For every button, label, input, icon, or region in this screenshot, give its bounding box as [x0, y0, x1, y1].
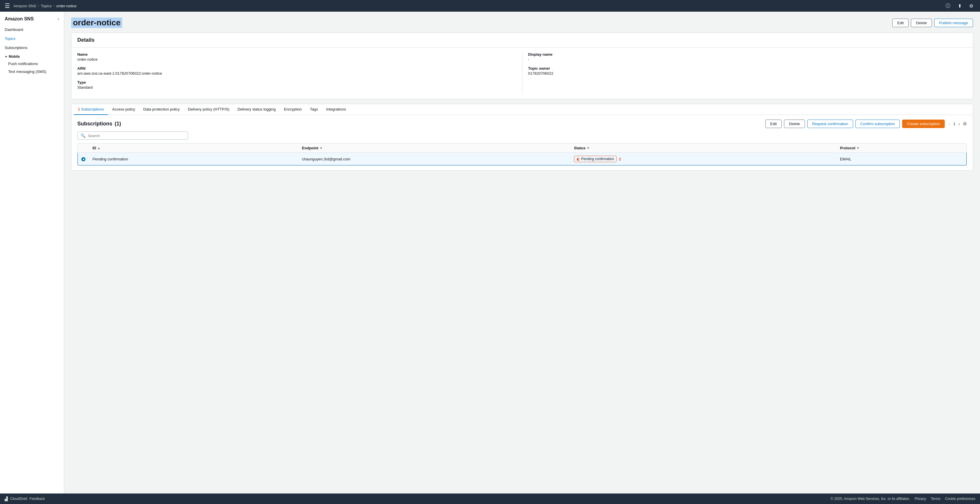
- detail-type-label: Type: [77, 80, 516, 84]
- col-status[interactable]: Status ▼: [571, 143, 837, 153]
- tab-content-subscriptions: Subscriptions (1) Edit Delete Request co…: [72, 115, 973, 170]
- sidebar-item-push-notifications[interactable]: Push notifications: [0, 60, 64, 68]
- sidebar-title: Amazon SNS: [5, 16, 34, 22]
- confirm-subscription-button[interactable]: Confirm subscription: [856, 119, 900, 128]
- main-layout: Amazon SNS ‹ Dashboard Topics Subscripti…: [0, 12, 980, 493]
- row-id-cell: Pending confirmation: [89, 153, 298, 165]
- detail-name: Name order-notice: [77, 52, 516, 62]
- detail-topic-owner: Topic owner 017820706022: [528, 66, 967, 76]
- pagination-prev[interactable]: ‹: [947, 121, 952, 127]
- page-header: order-notice Edit Delete Publish message: [71, 17, 973, 28]
- detail-arn-value: arn:aws:sns:us-east-1:017820706022:order…: [77, 71, 516, 76]
- mobile-section-arrow: ▼: [5, 55, 8, 58]
- footer-cookie[interactable]: Cookie preferences: [945, 497, 975, 501]
- detail-name-label: Name: [77, 52, 516, 57]
- col-protocol[interactable]: Protocol ▼: [837, 143, 967, 153]
- breadcrumb-sep-1: ›: [38, 4, 39, 8]
- footer-privacy[interactable]: Privacy: [915, 497, 926, 501]
- breadcrumb-amazon-sns[interactable]: Amazon SNS: [13, 4, 36, 8]
- breadcrumb: Amazon SNS › Topics › order-notice: [13, 4, 76, 8]
- details-card-body: Name order-notice ARN arn:aws:sns:us-eas…: [72, 48, 973, 99]
- upload-icon[interactable]: ⬆: [956, 2, 964, 10]
- tabs-wrapper: 1Subscriptions Access policy Data protec…: [71, 104, 973, 171]
- tab-tags[interactable]: Tags: [306, 104, 322, 115]
- details-left-col: Name order-notice ARN arn:aws:sns:us-eas…: [77, 52, 522, 94]
- tabs-bar: 1Subscriptions Access policy Data protec…: [72, 104, 973, 115]
- tab-integrations[interactable]: Integrations: [322, 104, 350, 115]
- sidebar-item-subscriptions[interactable]: Subscriptions: [0, 43, 64, 52]
- delete-button[interactable]: Delete: [911, 19, 932, 27]
- edit-button[interactable]: Edit: [892, 19, 908, 27]
- breadcrumb-topics[interactable]: Topics: [41, 4, 52, 8]
- content-area: order-notice Edit Delete Publish message…: [64, 12, 980, 493]
- detail-name-value: order-notice: [77, 57, 516, 62]
- create-subscription-button[interactable]: Create subscription: [902, 119, 945, 128]
- page-actions: Edit Delete Publish message: [892, 19, 973, 27]
- subscriptions-title-area: Subscriptions (1): [77, 121, 121, 127]
- table-settings-icon[interactable]: ⚙: [963, 121, 967, 127]
- col-id[interactable]: ID ▲: [89, 143, 298, 153]
- sidebar-section-mobile[interactable]: ▼ Mobile: [0, 52, 64, 60]
- detail-type: Type Standard: [77, 80, 516, 89]
- protocol-sort-icon: ▼: [857, 146, 859, 149]
- detail-topic-owner-value: 017820706022: [528, 71, 967, 76]
- search-bar: 🔍: [77, 132, 188, 140]
- status-badge-text: Pending confirmation: [581, 157, 614, 161]
- detail-arn: ARN arn:aws:sns:us-east-1:017820706022:o…: [77, 66, 516, 76]
- sidebar: Amazon SNS ‹ Dashboard Topics Subscripti…: [0, 12, 64, 493]
- search-input[interactable]: [88, 134, 185, 138]
- tab-data-protection[interactable]: Data protection policy: [139, 104, 184, 115]
- subscriptions-actions: Edit Delete Request confirmation Confirm…: [765, 119, 967, 128]
- footer-terms[interactable]: Terms: [931, 497, 940, 501]
- request-confirmation-button[interactable]: Request confirmation: [807, 119, 853, 128]
- detail-arn-label: ARN: [77, 66, 516, 71]
- tab-delivery-status[interactable]: Delivery status logging: [233, 104, 280, 115]
- breadcrumb-sep-2: ›: [53, 4, 54, 8]
- hamburger-icon[interactable]: ☰: [5, 2, 10, 10]
- details-grid: Name order-notice ARN arn:aws:sns:us-eas…: [77, 52, 967, 94]
- status-sort-icon: ▼: [587, 146, 589, 149]
- sidebar-header: Amazon SNS ‹: [0, 12, 64, 24]
- sidebar-item-dashboard[interactable]: Dashboard: [0, 25, 64, 34]
- row-protocol-cell: EMAIL: [837, 153, 967, 165]
- sidebar-item-text-messaging[interactable]: Text messaging (SMS): [0, 68, 64, 76]
- settings-icon[interactable]: ⚙: [967, 2, 975, 10]
- top-nav-right: ⓘ ⬆ ⚙: [944, 2, 975, 10]
- table-header: ID ▲ Endpoint ▼: [78, 143, 967, 153]
- publish-message-button[interactable]: Publish message: [934, 19, 973, 27]
- footer-right: © 2025, Amazon Web Services, Inc. or its…: [830, 497, 975, 501]
- info-icon[interactable]: ⓘ: [944, 2, 952, 10]
- details-card: Details Name order-notice ARN arn:aws:sn…: [71, 33, 973, 99]
- row-radio-cell[interactable]: [78, 153, 89, 165]
- subscriptions-delete-button[interactable]: Delete: [784, 119, 805, 128]
- subscriptions-edit-button[interactable]: Edit: [765, 119, 782, 128]
- table-body: Pending confirmation chaunguyen.3rd@gmai…: [78, 153, 967, 165]
- sidebar-item-topics[interactable]: Topics: [0, 34, 64, 43]
- pagination-controls: ‹ 1 › ⚙: [947, 121, 967, 127]
- tab-delivery-policy[interactable]: Delivery policy (HTTP/S): [184, 104, 233, 115]
- detail-display-name-value: -: [528, 57, 967, 62]
- pagination-next[interactable]: ›: [957, 121, 962, 127]
- tab-access-policy[interactable]: Access policy: [108, 104, 139, 115]
- endpoint-sort-icon: ▼: [320, 146, 323, 149]
- table-row[interactable]: Pending confirmation chaunguyen.3rd@gmai…: [78, 153, 967, 165]
- row-status-cell: ◐ Pending confirmation 2: [571, 153, 837, 165]
- status-badge-icon: ◐: [577, 157, 580, 161]
- detail-display-name: Display name -: [528, 52, 967, 62]
- subscriptions-title: Subscriptions: [77, 121, 112, 127]
- sidebar-collapse-button[interactable]: ‹: [58, 16, 59, 22]
- tab-subscriptions[interactable]: 1Subscriptions: [74, 104, 108, 115]
- subscriptions-table: ID ▲ Endpoint ▼: [77, 143, 967, 166]
- col-endpoint[interactable]: Endpoint ▼: [298, 143, 570, 153]
- status-badge-number: 2: [619, 157, 621, 161]
- detail-topic-owner-label: Topic owner: [528, 66, 967, 71]
- col-radio: [78, 143, 89, 153]
- cloudshell-label[interactable]: CloudShell: [10, 497, 27, 501]
- sidebar-section-mobile-label: Mobile: [9, 54, 20, 59]
- sidebar-nav: Dashboard Topics Subscriptions ▼ Mobile …: [0, 24, 64, 77]
- tab-encryption[interactable]: Encryption: [280, 104, 305, 115]
- detail-type-value: Standard: [77, 85, 516, 89]
- feedback-label[interactable]: Feedback: [29, 497, 45, 501]
- tab-subscriptions-number: 1: [78, 107, 80, 111]
- details-card-header: Details: [72, 33, 973, 48]
